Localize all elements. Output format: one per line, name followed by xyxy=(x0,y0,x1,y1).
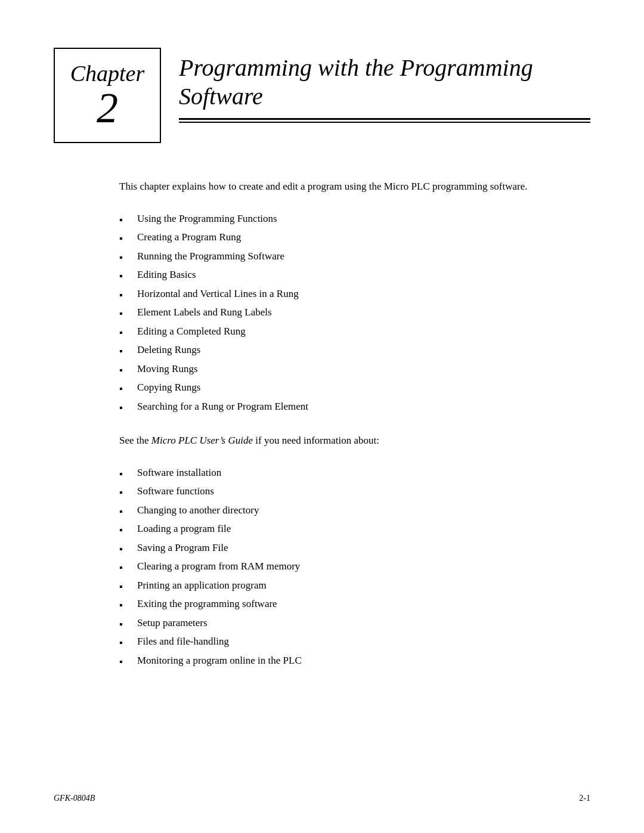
list-item: Saving a Program File xyxy=(119,540,555,556)
footer-right: 2-1 xyxy=(579,794,590,803)
bullet-icon xyxy=(119,466,131,476)
list-item: Software installation xyxy=(119,465,555,481)
bullet-icon xyxy=(119,212,131,222)
chapter-word-label: Chapter xyxy=(70,61,145,86)
bullet-icon xyxy=(119,250,131,260)
bullet-icon xyxy=(119,654,131,664)
list-item: Creating a Program Rung xyxy=(119,230,555,245)
list-item: Changing to another directory xyxy=(119,503,555,518)
intro-paragraph: This chapter explains how to create and … xyxy=(119,179,555,194)
bullet-icon xyxy=(119,325,131,335)
footer-left: GFK-0804B xyxy=(54,794,95,803)
see-paragraph: See the Micro PLC User’s Guide if you ne… xyxy=(119,433,555,448)
list-item: Exiting the programming software xyxy=(119,596,555,612)
bullet-icon xyxy=(119,560,131,570)
chapter-box: Chapter 2 xyxy=(54,48,161,143)
list-item: Software functions xyxy=(119,484,555,499)
list-item: Editing Basics xyxy=(119,267,555,283)
bullet-icon xyxy=(119,400,131,410)
bullet-icon xyxy=(119,617,131,627)
list-item: Searching for a Rung or Program Element xyxy=(119,399,555,414)
bullet-icon xyxy=(119,635,131,645)
divider-thick xyxy=(179,118,590,120)
chapter-header: Chapter 2 Programming with the Programmi… xyxy=(54,48,590,143)
list-item: Editing a Completed Rung xyxy=(119,324,555,339)
bullet-icon xyxy=(119,522,131,532)
list-item: Monitoring a program online in the PLC xyxy=(119,653,555,668)
main-content: This chapter explains how to create and … xyxy=(54,179,590,668)
first-bullet-list: Using the Programming Functions Creating… xyxy=(119,211,555,414)
list-item: Loading a program file xyxy=(119,521,555,537)
bullet-icon xyxy=(119,541,131,552)
list-item: Files and file-handling xyxy=(119,634,555,649)
bullet-icon xyxy=(119,485,131,495)
list-item: Moving Rungs xyxy=(119,361,555,377)
bullet-icon xyxy=(119,306,131,316)
bullet-icon xyxy=(119,343,131,354)
list-item: Printing an application program xyxy=(119,578,555,593)
second-bullet-list: Software installation Software functions… xyxy=(119,465,555,668)
list-item: Horizontal and Vertical Lines in a Rung xyxy=(119,286,555,302)
chapter-title: Programming with the Programming Softwar… xyxy=(179,54,590,111)
list-item: Copying Rungs xyxy=(119,380,555,395)
chapter-number-label: 2 xyxy=(97,86,118,129)
list-item: Running the Programming Software xyxy=(119,249,555,264)
chapter-title-area: Programming with the Programming Softwar… xyxy=(179,48,590,123)
bullet-icon xyxy=(119,504,131,514)
footer: GFK-0804B 2-1 xyxy=(54,794,590,803)
list-item: Setup parameters xyxy=(119,615,555,631)
divider-thin xyxy=(179,122,590,123)
bullet-icon xyxy=(119,597,131,608)
list-item: Element Labels and Rung Labels xyxy=(119,305,555,320)
divider-lines xyxy=(179,118,590,123)
bullet-icon xyxy=(119,268,131,278)
list-item: Deleting Rungs xyxy=(119,342,555,358)
list-item: Clearing a program from RAM memory xyxy=(119,559,555,574)
bullet-icon xyxy=(119,381,131,391)
bullet-icon xyxy=(119,579,131,589)
bullet-icon xyxy=(119,363,131,373)
bullet-icon xyxy=(119,231,131,241)
page: Chapter 2 Programming with the Programmi… xyxy=(0,0,644,833)
bullet-icon xyxy=(119,287,131,298)
list-item: Using the Programming Functions xyxy=(119,211,555,227)
